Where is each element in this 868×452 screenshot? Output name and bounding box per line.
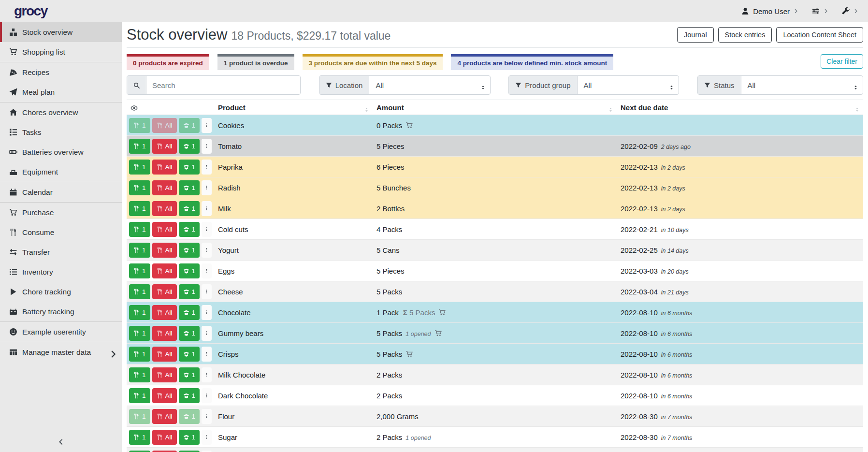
consume-all-button[interactable]: All bbox=[152, 160, 177, 175]
row-menu-button[interactable] bbox=[202, 430, 212, 445]
summary-card-below-min[interactable]: 4 products are below defined min. stock … bbox=[451, 54, 613, 70]
consume-all-button[interactable]: All bbox=[152, 430, 177, 445]
open-one-button[interactable]: 1 bbox=[179, 180, 200, 195]
row-menu-button[interactable] bbox=[202, 180, 212, 195]
row-menu-button[interactable] bbox=[202, 367, 212, 382]
column-product[interactable]: Product bbox=[214, 100, 373, 115]
eye-icon[interactable] bbox=[130, 104, 138, 112]
consume-all-button[interactable]: All bbox=[152, 347, 177, 362]
consume-one-button[interactable]: 1 bbox=[129, 222, 150, 237]
consume-one-button[interactable]: 1 bbox=[129, 388, 150, 403]
consume-all-button[interactable]: All bbox=[152, 118, 177, 133]
row-menu-button[interactable] bbox=[202, 326, 212, 341]
row-menu-button[interactable] bbox=[202, 388, 212, 403]
product-group-select[interactable]: All bbox=[578, 76, 679, 94]
sidebar-collapse-button[interactable] bbox=[0, 434, 122, 450]
consume-one-button[interactable]: 1 bbox=[129, 305, 150, 320]
open-one-button[interactable]: 1 bbox=[179, 263, 200, 278]
sidebar-item-recipes[interactable]: Recipes bbox=[0, 62, 122, 82]
consume-one-button[interactable]: 1 bbox=[129, 243, 150, 258]
consume-all-button[interactable]: All bbox=[152, 305, 177, 320]
open-one-button[interactable]: 1 bbox=[179, 243, 200, 258]
row-menu-button[interactable] bbox=[202, 263, 212, 278]
consume-all-button[interactable]: All bbox=[152, 284, 177, 299]
open-one-button[interactable]: 1 bbox=[179, 222, 200, 237]
row-menu-button[interactable] bbox=[202, 409, 212, 424]
open-one-button[interactable]: 1 bbox=[179, 388, 200, 403]
sidebar-item-calendar[interactable]: Calendar bbox=[0, 182, 122, 202]
consume-all-button[interactable]: All bbox=[152, 222, 177, 237]
location-select[interactable]: All bbox=[369, 76, 490, 94]
sidebar-item-consume[interactable]: Consume bbox=[0, 222, 122, 242]
open-one-button[interactable]: 1 bbox=[179, 367, 200, 382]
consume-all-button[interactable]: All bbox=[152, 180, 177, 195]
consume-one-button[interactable]: 1 bbox=[129, 409, 150, 424]
open-one-button[interactable]: 1 bbox=[179, 409, 200, 424]
user-menu[interactable]: Demo User bbox=[741, 7, 798, 15]
sidebar-item-example-userentity[interactable]: Example userentity bbox=[0, 322, 122, 342]
consume-all-button[interactable]: All bbox=[152, 139, 177, 154]
consume-one-button[interactable]: 1 bbox=[129, 180, 150, 195]
column-visibility-header[interactable] bbox=[127, 100, 214, 115]
sidebar-item-manage-master-data[interactable]: Manage master data bbox=[0, 342, 122, 362]
row-menu-button[interactable] bbox=[202, 160, 212, 175]
consume-all-button[interactable]: All bbox=[152, 326, 177, 341]
status-select[interactable]: All bbox=[741, 76, 863, 94]
row-menu-button[interactable] bbox=[202, 139, 212, 154]
open-one-button[interactable]: 1 bbox=[179, 326, 200, 341]
row-menu-button[interactable] bbox=[202, 201, 212, 216]
sidebar-item-purchase[interactable]: Purchase bbox=[0, 203, 122, 222]
journal-button[interactable]: Journal bbox=[677, 27, 714, 43]
row-menu-button[interactable] bbox=[202, 222, 212, 237]
app-logo[interactable]: grocy bbox=[14, 3, 47, 19]
sidebar-item-tasks[interactable]: Tasks bbox=[0, 122, 122, 142]
consume-one-button[interactable]: 1 bbox=[129, 118, 150, 133]
settings-menu[interactable] bbox=[812, 7, 828, 15]
location-content-sheet-button[interactable]: Location Content Sheet bbox=[776, 27, 863, 43]
column-amount[interactable]: Amount bbox=[373, 100, 617, 115]
consume-one-button[interactable]: 1 bbox=[129, 347, 150, 362]
consume-one-button[interactable]: 1 bbox=[129, 326, 150, 341]
open-one-button[interactable]: 1 bbox=[179, 201, 200, 216]
row-menu-button[interactable] bbox=[202, 243, 212, 258]
sidebar-item-stock-overview[interactable]: Stock overview bbox=[0, 22, 122, 42]
clear-filter-button[interactable]: Clear filter bbox=[821, 54, 863, 69]
sidebar-item-battery-tracking[interactable]: Battery tracking bbox=[0, 302, 122, 321]
open-one-button[interactable]: 1 bbox=[179, 430, 200, 445]
consume-one-button[interactable]: 1 bbox=[129, 139, 150, 154]
row-menu-button[interactable] bbox=[202, 347, 212, 362]
sidebar-item-shopping-list[interactable]: Shopping list bbox=[0, 42, 122, 62]
sidebar-item-meal-plan[interactable]: Meal plan bbox=[0, 82, 122, 102]
consume-all-button[interactable]: All bbox=[152, 367, 177, 382]
sidebar-item-inventory[interactable]: Inventory bbox=[0, 262, 122, 282]
sidebar-item-chores-overview[interactable]: Chores overview bbox=[0, 102, 122, 122]
open-one-button[interactable]: 1 bbox=[179, 139, 200, 154]
search-input[interactable] bbox=[146, 76, 300, 94]
open-one-button[interactable]: 1 bbox=[179, 284, 200, 299]
sidebar-item-transfer[interactable]: Transfer bbox=[0, 242, 122, 262]
open-one-button[interactable]: 1 bbox=[179, 347, 200, 362]
row-menu-button[interactable] bbox=[202, 118, 212, 133]
consume-one-button[interactable]: 1 bbox=[129, 263, 150, 278]
sidebar-item-chore-tracking[interactable]: Chore tracking bbox=[0, 282, 122, 302]
open-one-button[interactable]: 1 bbox=[179, 305, 200, 320]
row-menu-button[interactable] bbox=[202, 305, 212, 320]
sidebar-item-equipment[interactable]: Equipment bbox=[0, 162, 122, 182]
summary-card-overdue[interactable]: 1 product is overdue bbox=[217, 54, 294, 70]
consume-all-button[interactable]: All bbox=[152, 409, 177, 424]
stock-entries-button[interactable]: Stock entries bbox=[718, 27, 772, 43]
consume-one-button[interactable]: 1 bbox=[129, 201, 150, 216]
chevron-left-icon[interactable] bbox=[58, 438, 64, 445]
admin-menu[interactable] bbox=[842, 7, 858, 15]
column-next-due-date[interactable]: Next due date bbox=[617, 100, 863, 115]
open-one-button[interactable]: 1 bbox=[179, 118, 200, 133]
summary-card-due-soon[interactable]: 3 products are due within the next 5 day… bbox=[303, 54, 443, 70]
open-one-button[interactable]: 1 bbox=[179, 160, 200, 175]
consume-one-button[interactable]: 1 bbox=[129, 160, 150, 175]
consume-one-button[interactable]: 1 bbox=[129, 367, 150, 382]
consume-all-button[interactable]: All bbox=[152, 263, 177, 278]
consume-all-button[interactable]: All bbox=[152, 243, 177, 258]
consume-one-button[interactable]: 1 bbox=[129, 430, 150, 445]
sidebar-item-batteries-overview[interactable]: Batteries overview bbox=[0, 142, 122, 162]
summary-card-expired[interactable]: 0 products are expired bbox=[127, 54, 209, 70]
